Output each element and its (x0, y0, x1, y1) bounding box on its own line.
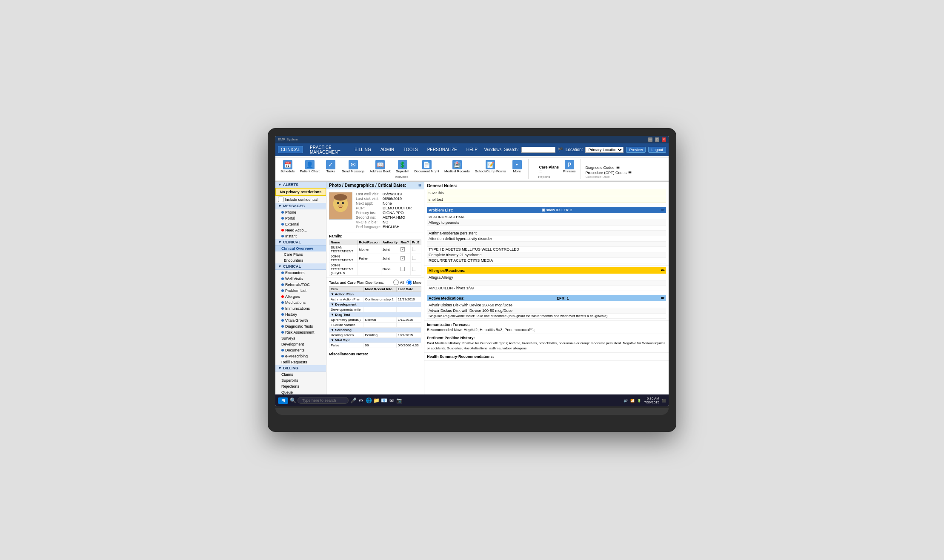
sidebar-queue[interactable]: Queue (275, 389, 326, 394)
ribbon-more-button[interactable]: ▾ More (509, 159, 525, 174)
sidebar-well-visits[interactable]: Well Visits (275, 276, 326, 282)
filter-mine-label[interactable]: Mine (406, 280, 421, 285)
action-plan-expand[interactable]: ▼ (331, 292, 335, 296)
sidebar-referrals[interactable]: Referrals/TOC (275, 282, 326, 288)
ribbon-schedule-button[interactable]: 📅 Schedule (279, 159, 296, 174)
maximize-button[interactable]: □ (655, 137, 659, 142)
sidebar-clinical-overview[interactable]: Clinical Overview (275, 246, 326, 251)
sidebar-claims[interactable]: Claims (275, 371, 326, 377)
family-res-checkbox-2[interactable] (400, 267, 405, 271)
family-prtl-checkbox-2[interactable] (412, 267, 416, 271)
sidebar-allergies[interactable]: Allergies (275, 294, 326, 300)
sidebar-history[interactable]: History (275, 311, 326, 317)
sidebar-immunizations[interactable]: Immunizations (275, 306, 326, 311)
diagnosis-codes-item[interactable]: Diagnosis Codes ☰ (585, 166, 632, 170)
sidebar-superbills[interactable]: Superbills (275, 377, 326, 383)
ribbon-document-mgmt-button[interactable]: 📄 Document Mgmt (412, 159, 441, 174)
sidebar-problem-list[interactable]: Problem List (275, 288, 326, 294)
sidebar-vitals[interactable]: Vitals/Growth (275, 317, 326, 323)
sidebar-surveys[interactable]: Surveys (275, 335, 326, 341)
sidebar-risk-assessment[interactable]: Risk Assessment (275, 329, 326, 335)
sidebar-e-prescribing[interactable]: e-Prescribing (275, 353, 326, 359)
ribbon-medical-records-button[interactable]: 🏥 Medical Records (443, 159, 472, 174)
sidebar-item-instant[interactable]: Instant (275, 233, 326, 239)
ribbon-address-book-button[interactable]: 📖 Address Book (368, 159, 392, 174)
encounters-dot (281, 271, 284, 274)
ribbon-superbill-button[interactable]: 💲 Superbill (394, 159, 411, 174)
sidebar-item-need-action[interactable]: Need Actio... (275, 227, 326, 233)
sidebar-messages-section[interactable]: ▼ MESSAGES (275, 203, 326, 209)
sidebar-medications[interactable]: Medications (275, 300, 326, 306)
vital-sign-expand[interactable]: ▼ (331, 338, 335, 342)
location-select[interactable]: Primary Location (585, 147, 624, 153)
taskbar-outlook-icon[interactable]: 📧 (381, 397, 387, 403)
photo-expand-icon[interactable]: ⊞ (418, 183, 421, 187)
family-res-checkbox-1[interactable] (400, 256, 405, 260)
ribbon-school-camp-button[interactable]: 📝 School/Camp Forms (473, 159, 508, 174)
sidebar-item-phone[interactable]: Phone (275, 209, 326, 215)
confidential-checkbox[interactable] (278, 197, 283, 202)
pref-language-label: Pref language: (356, 225, 381, 229)
activities-group-label: Activities (395, 175, 409, 179)
sidebar-refill-requests[interactable]: Refill Requests (275, 359, 326, 365)
taskbar-folder-icon[interactable]: 📁 (373, 397, 379, 403)
medications-pencil[interactable]: ✏ (661, 296, 664, 300)
sidebar-clinical-section-1[interactable]: ▼ CLINICAL (275, 239, 326, 246)
menu-personalize[interactable]: PERSONALIZE (425, 146, 460, 153)
filter-all-radio[interactable] (393, 280, 399, 285)
development-expand[interactable]: ▼ (331, 303, 335, 306)
minimize-button[interactable]: — (648, 137, 652, 142)
menu-clinical[interactable]: CLINICAL (278, 146, 303, 153)
start-button[interactable]: ⊞ (278, 397, 288, 404)
sidebar-encounters-2[interactable]: Encounters (275, 270, 326, 276)
problem-list-pencil[interactable]: ✏ (661, 208, 664, 212)
sidebar-development[interactable]: Development (275, 341, 326, 347)
diag-test-expand[interactable]: ▼ (331, 313, 335, 317)
include-confidential-check[interactable]: Include confidential (275, 196, 326, 203)
menu-admin[interactable]: ADMIN (378, 146, 397, 153)
close-button[interactable]: ✕ (662, 137, 666, 142)
menu-billing[interactable]: BILLING (352, 146, 373, 153)
documents-label: Documents (285, 348, 305, 352)
menu-practice-management[interactable]: PRACTICE MANAGEMENT (307, 144, 348, 155)
sidebar-item-external[interactable]: External (275, 221, 326, 227)
menu-tools[interactable]: TOOLS (401, 146, 421, 153)
sidebar-rejections[interactable]: Rejections (275, 383, 326, 389)
taskbar-mic-icon[interactable]: 🎤 (350, 397, 356, 403)
filter-all-label[interactable]: All (393, 280, 404, 285)
sidebar-diagnostic-tests[interactable]: Diagnostic Tests (275, 323, 326, 329)
family-prtl-checkbox-0[interactable] (412, 247, 416, 251)
sidebar-clinical-section-2[interactable]: ▼ CLINICAL (275, 263, 326, 270)
family-prtl-checkbox-1[interactable] (412, 256, 416, 260)
sidebar-encounters[interactable]: Encounters (275, 257, 326, 263)
taskbar-cortana-icon[interactable]: ⊙ (358, 397, 364, 403)
taskbar-search-input[interactable] (298, 397, 349, 404)
logout-button[interactable]: Logout (648, 147, 666, 153)
problem-list-toggle[interactable]: ▣ (542, 208, 545, 212)
documents-dot (281, 349, 284, 351)
filter-mine-radio[interactable] (406, 280, 412, 285)
medication-item-0: Advair Diskus Disk with Device 250-50 mc… (427, 303, 666, 308)
search-input[interactable] (521, 147, 555, 153)
sidebar-alerts-section[interactable]: ▼ ALERTS (275, 182, 326, 188)
family-res-checkbox-0[interactable] (400, 247, 405, 251)
sidebar-item-portal[interactable]: Portal (275, 215, 326, 221)
menu-help[interactable]: HELP (464, 146, 480, 153)
sidebar-billing-section[interactable]: ▼ BILLING (275, 365, 326, 371)
taskbar-mail-icon[interactable]: ✉ (389, 397, 395, 403)
ribbon-phrases-button[interactable]: P Phrases (561, 159, 577, 174)
general-notes-line-0[interactable]: save this (427, 189, 666, 196)
allergies-pencil[interactable]: ✏ (661, 268, 664, 273)
sidebar-care-plans[interactable]: Care Plans (275, 251, 326, 257)
general-notes-line-1[interactable]: shel test (427, 196, 666, 203)
taskbar-edge-icon[interactable]: 🌐 (366, 397, 372, 403)
taskbar-camera-icon[interactable]: 📷 (396, 397, 402, 403)
procedure-codes-item[interactable]: Procedure (CPT) Codes ☰ (585, 171, 632, 175)
ribbon-patient-chart-button[interactable]: 👤 Patient Chart (298, 159, 321, 174)
ribbon-send-message-button[interactable]: ✉ Send Message (340, 159, 366, 174)
screening-expand[interactable]: ▼ (331, 328, 335, 332)
ribbon-tasks-button[interactable]: ✓ Tasks (323, 159, 338, 174)
sidebar-documents[interactable]: Documents (275, 347, 326, 353)
care-plans-button[interactable]: Care Plans ☰ (538, 164, 560, 174)
preview-button[interactable]: Preview (626, 147, 646, 153)
